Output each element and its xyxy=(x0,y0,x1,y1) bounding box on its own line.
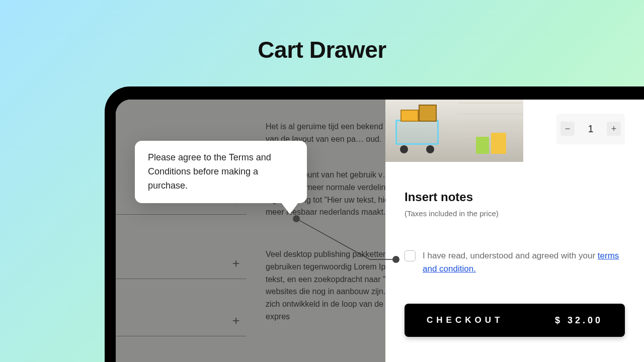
quantity-stepper: − 1 + xyxy=(556,114,625,144)
terms-tooltip: Please agree to the Terms and Conditions… xyxy=(135,141,307,203)
checkout-price: $ 32.00 xyxy=(555,315,603,326)
divider xyxy=(116,214,247,215)
callout-dot xyxy=(293,215,300,222)
terms-row: I have read, understood and agreed with … xyxy=(405,249,625,276)
quantity-increment-button[interactable]: + xyxy=(607,122,621,136)
callout-dot xyxy=(392,256,399,263)
checkout-button[interactable]: CHECKOUT $ 32.00 xyxy=(405,304,625,337)
terms-text: I have read, understood and agreed with … xyxy=(423,249,625,276)
divider xyxy=(116,336,247,336)
notes-heading: Insert notes xyxy=(405,190,625,204)
expand-icon[interactable]: ＋ xyxy=(230,257,242,268)
product-image xyxy=(385,100,523,162)
quantity-value: 1 xyxy=(588,123,593,135)
divider xyxy=(116,279,247,279)
device-screen: Het is al geruime tijd een bekend gegev…… xyxy=(116,100,644,362)
expand-icon[interactable]: ＋ xyxy=(230,315,242,326)
checkout-label: CHECKOUT xyxy=(427,315,503,325)
terms-checkbox[interactable] xyxy=(405,250,416,261)
notes-subtext: (Taxes included in the price) xyxy=(405,209,625,218)
cart-drawer-panel: − 1 + Insert notes (Taxes included in th… xyxy=(385,100,644,362)
notes-section: Insert notes (Taxes included in the pric… xyxy=(405,190,625,218)
tooltip-message: Please agree to the Terms and Conditions… xyxy=(148,152,271,191)
page-title: Cart Drawer xyxy=(0,36,644,63)
terms-prefix: I have read, understood and agreed with … xyxy=(423,251,598,260)
device-frame: Het is al geruime tijd een bekend gegev…… xyxy=(105,86,644,362)
quantity-decrement-button[interactable]: − xyxy=(560,122,575,136)
